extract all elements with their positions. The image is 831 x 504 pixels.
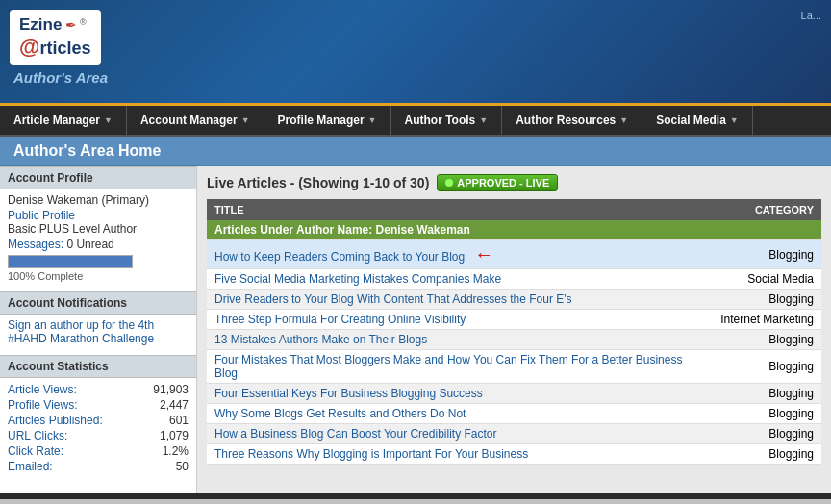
header: Ezine ✒ ® @rticles Author's Area La... — [0, 0, 831, 106]
article-title-cell: How a Business Blog Can Boost Your Credi… — [207, 424, 713, 444]
stat-emailed: Emailed: 50 — [8, 459, 189, 474]
nav-arrow-icon: ▼ — [730, 115, 739, 125]
article-title-link[interactable]: Why Some Blogs Get Results and Others Do… — [214, 407, 466, 420]
account-profile-title: Account Profile — [0, 166, 196, 189]
table-header-row: TITLE CATEGORY — [207, 199, 821, 220]
col-category: CATEGORY — [713, 199, 821, 220]
author-name-cell: Articles Under Author Name: Denise Wakem… — [207, 220, 821, 240]
logo-pen-icon: ✒ — [65, 17, 77, 33]
article-title-cell: Drive Readers to Your Blog With Content … — [207, 290, 713, 310]
public-profile-link[interactable]: Public Profile — [8, 209, 75, 222]
stat-click-rate: Click Rate: 1.2% — [8, 443, 189, 459]
table-row: Why Some Blogs Get Results and Others Do… — [207, 404, 821, 424]
table-row: How to Keep Readers Coming Back to Your … — [207, 240, 821, 269]
emailed-link[interactable]: Emailed: — [8, 460, 53, 473]
articles-published-link[interactable]: Articles Published: — [8, 414, 103, 427]
authors-area-label: Author's Area — [13, 69, 108, 86]
articles-content: Live Articles - (Showing 1-10 of 30) APP… — [197, 166, 831, 493]
table-row: Drive Readers to Your Blog With Content … — [207, 290, 821, 310]
notification-link[interactable]: Sign an author up for the 4th #HAHD Mara… — [8, 318, 154, 345]
nav-article-manager[interactable]: Article Manager ▼ — [0, 106, 127, 135]
article-title-link[interactable]: Three Step Formula For Creating Online V… — [214, 313, 466, 326]
footer-border — [0, 493, 831, 499]
notifications-title: Account Notifications — [0, 291, 196, 315]
nav-social-media[interactable]: Social Media ▼ — [642, 106, 753, 135]
table-row: Four Mistakes That Most Bloggers Make an… — [207, 350, 821, 384]
nav-arrow-icon: ▼ — [104, 115, 113, 125]
article-title-link[interactable]: 13 Mistakes Authors Make on Their Blogs — [214, 333, 427, 346]
table-row: 13 Mistakes Authors Make on Their BlogsB… — [207, 330, 821, 350]
logo-box: Ezine ✒ ® @rticles — [10, 10, 101, 65]
author-name-row: Articles Under Author Name: Denise Wakem… — [207, 220, 821, 240]
profile-views-value: 2,447 — [160, 398, 189, 412]
article-title-cell: Four Mistakes That Most Bloggers Make an… — [207, 350, 713, 384]
url-clicks-value: 1,079 — [160, 429, 189, 442]
author-level: Basic PLUS Level Author — [8, 222, 189, 236]
nav-arrow-icon: ▼ — [619, 115, 628, 125]
nav-arrow-icon: ▼ — [368, 115, 377, 125]
article-category-cell: Blogging — [713, 424, 821, 444]
messages-value: 0 Unread — [66, 238, 113, 251]
notifications-content: Sign an author up for the 4th #HAHD Mara… — [0, 315, 196, 349]
account-profile-content: Denise Wakeman (Primary) Public Profile … — [0, 189, 196, 286]
author-name: Denise Wakeman (Primary) — [8, 193, 189, 207]
nav-account-manager[interactable]: Account Manager ▼ — [127, 106, 264, 135]
progress-bar-container — [8, 255, 133, 268]
article-title-link[interactable]: How to Keep Readers Coming Back to Your … — [214, 250, 465, 264]
stat-article-views: Article Views: 91,903 — [8, 382, 189, 397]
article-title-cell: Three Reasons Why Blogging is Important … — [207, 444, 713, 465]
article-title-cell: Four Essential Keys For Business Bloggin… — [207, 384, 713, 404]
click-rate-link[interactable]: Click Rate: — [8, 444, 63, 458]
nav-profile-manager[interactable]: Profile Manager ▼ — [264, 106, 391, 135]
stat-profile-views: Profile Views: 2,447 — [8, 397, 189, 413]
article-category-cell: Blogging — [713, 444, 821, 465]
progress-bar-fill — [9, 256, 132, 267]
logo-area: Ezine ✒ ® @rticles Author's Area — [10, 10, 108, 86]
article-title-cell: 13 Mistakes Authors Make on Their Blogs — [207, 330, 713, 350]
statistics-content: Article Views: 91,903 Profile Views: 2,4… — [0, 378, 196, 478]
article-title-link[interactable]: Five Social Media Marketing Mistakes Com… — [214, 272, 501, 286]
header-right: La... — [801, 10, 821, 21]
registered-mark: ® — [80, 17, 87, 27]
main-content: Account Profile Denise Wakeman (Primary)… — [0, 166, 831, 493]
page-title: Author's Area Home — [0, 137, 831, 166]
click-rate-value: 1.2% — [163, 444, 189, 458]
col-title: TITLE — [207, 199, 713, 220]
nav-author-resources[interactable]: Author Resources ▼ — [502, 106, 642, 135]
article-category-cell: Social Media — [713, 269, 821, 290]
article-category-cell: Blogging — [713, 330, 821, 350]
article-category-cell: Internet Marketing — [713, 310, 821, 330]
article-title-link[interactable]: Drive Readers to Your Blog With Content … — [214, 292, 572, 306]
article-title-link[interactable]: Three Reasons Why Blogging is Important … — [214, 447, 528, 461]
nav-author-tools[interactable]: Author Tools ▼ — [391, 106, 503, 135]
article-title-link[interactable]: Four Mistakes That Most Bloggers Make an… — [214, 353, 682, 380]
red-arrow-icon: ← — [474, 243, 493, 265]
article-category-cell: Blogging — [713, 290, 821, 310]
url-clicks-link[interactable]: URL Clicks: — [8, 429, 67, 442]
article-title-link[interactable]: Four Essential Keys For Business Bloggin… — [214, 387, 483, 400]
articles-table: TITLE CATEGORY Articles Under Author Nam… — [207, 199, 821, 465]
live-articles-label: Live Articles - (Showing 1-10 of 30) — [207, 175, 429, 190]
table-row: Three Step Formula For Creating Online V… — [207, 310, 821, 330]
messages-label: Messages: 0 Unread — [8, 238, 189, 251]
article-title-cell: Why Some Blogs Get Results and Others Do… — [207, 404, 713, 424]
approved-label: APPROVED - LIVE — [457, 177, 549, 189]
approved-badge: APPROVED - LIVE — [437, 174, 558, 191]
stat-articles-published: Articles Published: 601 — [8, 413, 189, 428]
approved-dot-icon — [445, 179, 453, 187]
article-category-cell: Blogging — [713, 404, 821, 424]
table-row: Three Reasons Why Blogging is Important … — [207, 444, 821, 465]
article-title-cell: How to Keep Readers Coming Back to Your … — [207, 240, 713, 269]
profile-views-link[interactable]: Profile Views: — [8, 398, 77, 412]
progress-label: 100% Complete — [8, 270, 189, 282]
logo-rticles: rticles — [39, 38, 90, 58]
article-views-link[interactable]: Article Views: — [8, 383, 77, 396]
nav-arrow-icon: ▼ — [479, 115, 488, 125]
messages-link[interactable]: Messages: — [8, 238, 63, 251]
articles-published-value: 601 — [169, 414, 189, 427]
article-title-cell: Five Social Media Marketing Mistakes Com… — [207, 269, 713, 290]
table-row: Four Essential Keys For Business Bloggin… — [207, 384, 821, 404]
article-title-link[interactable]: How a Business Blog Can Boost Your Credi… — [214, 427, 496, 441]
table-row: Five Social Media Marketing Mistakes Com… — [207, 269, 821, 290]
sidebar: Account Profile Denise Wakeman (Primary)… — [0, 166, 197, 493]
